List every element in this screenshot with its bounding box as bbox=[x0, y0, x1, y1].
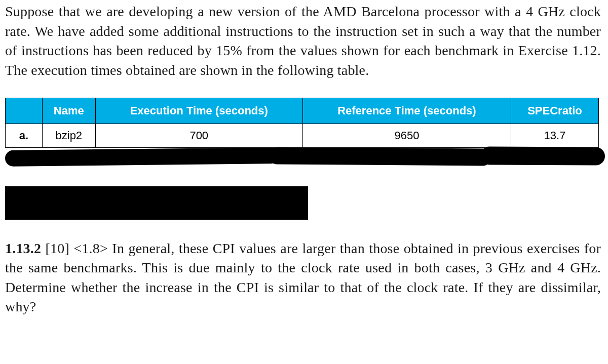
question-number: 1.13.2 bbox=[5, 240, 41, 256]
header-exec-time: Execution Time (seconds) bbox=[95, 98, 302, 124]
intro-paragraph: Suppose that we are developing a new ver… bbox=[5, 2, 601, 80]
question-meta: [10] <1.8> bbox=[46, 240, 108, 256]
header-name: Name bbox=[43, 98, 96, 124]
cell-ref: 9650 bbox=[302, 124, 511, 147]
page: Suppose that we are developing a new ver… bbox=[0, 0, 608, 317]
redaction-mark bbox=[5, 147, 279, 167]
question-paragraph: 1.13.2 [10] <1.8> In general, these CPI … bbox=[5, 239, 601, 317]
redaction-mark bbox=[269, 147, 491, 166]
header-specratio: SPECratio bbox=[511, 98, 598, 124]
row-label: a. bbox=[6, 124, 43, 147]
header-ref-time: Reference Time (seconds) bbox=[302, 98, 511, 124]
table-row: a. bzip2 700 9650 13.7 bbox=[6, 124, 599, 147]
redaction-block bbox=[5, 186, 308, 220]
cell-spec: 13.7 bbox=[511, 124, 598, 147]
redaction-mark bbox=[480, 146, 605, 165]
benchmark-table: Name Execution Time (seconds) Reference … bbox=[5, 98, 599, 148]
redaction-scribble-row bbox=[5, 146, 601, 174]
cell-exec: 700 bbox=[95, 124, 302, 147]
header-blank bbox=[6, 98, 43, 124]
cell-name: bzip2 bbox=[43, 124, 96, 147]
table-header-row: Name Execution Time (seconds) Reference … bbox=[6, 98, 599, 124]
